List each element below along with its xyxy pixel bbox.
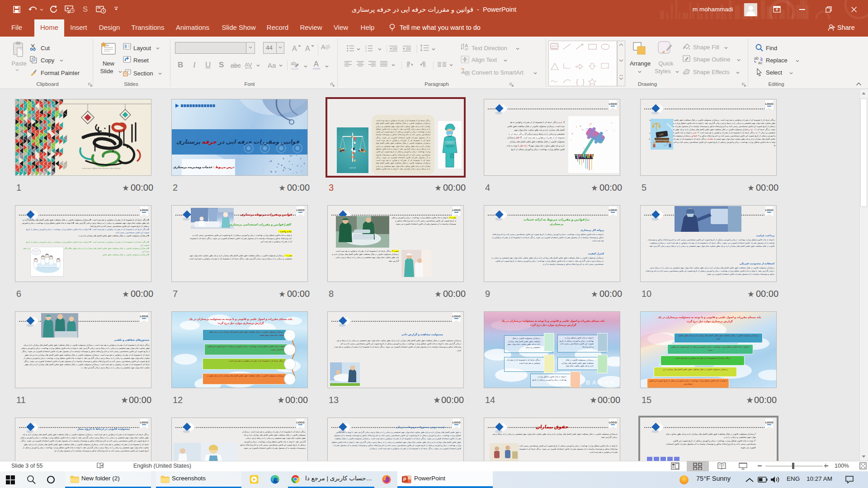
svg-text:LOGO: LOGO bbox=[297, 421, 305, 424]
svg-text:LOGO: LOGO bbox=[297, 209, 305, 211]
svg-text:LOGO: LOGO bbox=[140, 209, 148, 211]
svg-text:ab: ab bbox=[754, 56, 759, 61]
svg-text:LOGO: LOGO bbox=[140, 315, 148, 318]
svg-text:ab: ab bbox=[291, 61, 296, 66]
svg-text:P: P bbox=[403, 477, 406, 482]
svg-text:3: 3 bbox=[365, 50, 367, 52]
svg-text:LOGO: LOGO bbox=[609, 209, 617, 211]
svg-text:{: { bbox=[576, 78, 578, 85]
svg-text:LOGO: LOGO bbox=[453, 421, 461, 424]
svg-text:LOGO: LOGO bbox=[453, 315, 461, 318]
svg-text:A: A bbox=[552, 44, 554, 48]
svg-text:}: } bbox=[582, 78, 585, 85]
svg-text:LOGO: LOGO bbox=[453, 209, 461, 211]
svg-text:JUSTICE: JUSTICE bbox=[349, 167, 356, 169]
svg-text:A: A bbox=[465, 43, 468, 48]
svg-text:LOGO: LOGO bbox=[140, 421, 148, 424]
svg-text:JUSTICE: JUSTICE bbox=[666, 122, 673, 131]
svg-text:LOGO: LOGO bbox=[765, 103, 774, 105]
svg-text:LOGO: LOGO bbox=[765, 421, 774, 424]
svg-text:LOGO: LOGO bbox=[765, 209, 774, 211]
svg-text:LOGO: LOGO bbox=[609, 103, 617, 105]
svg-text:ac: ac bbox=[758, 61, 763, 65]
svg-text:LOGO: LOGO bbox=[609, 421, 617, 424]
